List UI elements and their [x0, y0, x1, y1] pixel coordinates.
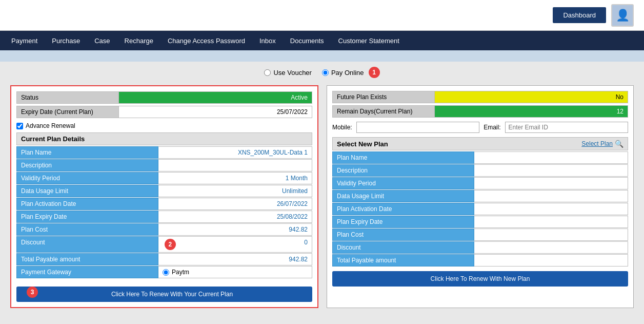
r-data-usage-label: Data Usage Limit	[332, 190, 474, 202]
table-row: Total Payable amount	[332, 254, 628, 266]
validity-value: 1 Month	[158, 172, 312, 184]
nav-case[interactable]: Case	[87, 31, 117, 50]
description-label: Description	[16, 159, 158, 171]
data-usage-value: Unlimited	[158, 185, 312, 197]
right-panel: Future Plan Exists No Remain Days(Curren…	[327, 85, 634, 308]
plan-name-value: XNS_200M_30UL-Data 1	[158, 146, 312, 159]
paytm-label: Paytm	[172, 269, 189, 276]
r-expiry-value	[474, 216, 628, 228]
nav-recharge[interactable]: Recharge	[117, 31, 160, 50]
r-validity-label: Validity Period	[332, 177, 474, 189]
r-data-usage-value	[474, 190, 628, 202]
remain-days-row: Remain Days(Current Plan) 12	[332, 105, 628, 118]
table-row: Validity Period	[332, 177, 628, 189]
badge-2: 2	[165, 239, 176, 250]
table-row: Plan Expiry Date 25/08/2022	[16, 211, 312, 223]
nav-change-password[interactable]: Change Access Password	[160, 31, 252, 50]
nav-documents[interactable]: Documents	[283, 31, 331, 50]
r-total-payable-label: Total Payable amount	[332, 254, 474, 266]
table-row: Plan Activation Date 26/07/2022	[16, 198, 312, 210]
gateway-label: Payment Gateway	[16, 266, 158, 278]
mobile-email-row: Mobile: Email:	[332, 120, 628, 135]
use-voucher-radio[interactable]	[264, 69, 271, 76]
expiry-date-label: Plan Expiry Date	[16, 211, 158, 223]
select-plan-section-header: Select New Plan Select Plan 🔍	[332, 137, 628, 150]
mobile-label: Mobile:	[332, 124, 352, 131]
advance-renewal-label: Advance Renewal	[26, 122, 75, 129]
email-label: Email:	[484, 124, 500, 131]
table-row: Description	[332, 164, 628, 177]
sub-header	[0, 50, 644, 62]
left-panel: Status Active Expiry Date (Current Plan)…	[10, 85, 318, 308]
future-plan-value: No	[435, 91, 628, 103]
nav-bar: Payment Purchase Case Recharge Change Ac…	[0, 31, 644, 50]
r-plan-name-value	[474, 151, 628, 164]
remain-days-label: Remain Days(Current Plan)	[332, 105, 435, 118]
top-header: Dashboard 👤	[0, 0, 644, 31]
badge-1: 1	[369, 67, 380, 78]
badge-3: 3	[27, 287, 38, 298]
gateway-row: Payment Gateway Paytm	[16, 266, 312, 278]
r-total-payable-value	[474, 254, 628, 266]
plan-cost-value: 942.82	[158, 223, 312, 236]
table-row: Description	[16, 159, 312, 171]
discount-value: 20	[158, 236, 312, 253]
search-icon[interactable]: 🔍	[615, 140, 623, 148]
r-activation-value	[474, 203, 628, 215]
plan-name-label: Plan Name	[16, 146, 158, 159]
validity-label: Validity Period	[16, 172, 158, 184]
plan-cost-label: Plan Cost	[16, 223, 158, 236]
total-payable-label: Total Payable amount	[16, 253, 158, 265]
expiry-date-value: 25/08/2022	[158, 211, 312, 223]
nav-purchase[interactable]: Purchase	[45, 31, 87, 50]
select-plan-link[interactable]: Select Plan	[581, 140, 613, 147]
renew-new-plan-button[interactable]: Click Here To Renew With New Plan	[332, 271, 628, 287]
total-payable-value: 942.82	[158, 253, 312, 265]
nav-inbox[interactable]: Inbox	[252, 31, 283, 50]
r-validity-value	[474, 177, 628, 189]
gateway-value: Paytm	[158, 266, 312, 278]
advance-renewal-checkbox[interactable]	[16, 123, 23, 129]
table-row: Discount 20	[16, 236, 312, 253]
dashboard-button[interactable]: Dashboard	[553, 7, 606, 23]
r-activation-label: Plan Activation Date	[332, 203, 474, 215]
use-voucher-label: Use Voucher	[273, 69, 311, 77]
payment-options: Use Voucher Pay Online 1	[0, 62, 644, 81]
status-label: Status	[16, 91, 119, 104]
expiry-label: Expiry Date (Current Plan)	[16, 106, 119, 118]
nav-customer-statement[interactable]: Customer Statement	[331, 31, 407, 50]
activation-date-value: 26/07/2022	[158, 198, 312, 210]
nav-payment[interactable]: Payment	[4, 31, 45, 50]
r-description-value	[474, 164, 628, 177]
table-row: Plan Cost 942.82	[16, 223, 312, 236]
pay-online-label: Pay Online	[331, 69, 364, 77]
select-new-plan-title: Select New Plan	[337, 140, 388, 148]
renew-current-plan-button[interactable]: Click Here To Renew With Your Current Pl…	[16, 287, 312, 302]
avatar: 👤	[611, 4, 634, 27]
email-input[interactable]	[505, 122, 628, 133]
table-row: Data Usage Limit	[332, 190, 628, 202]
r-description-label: Description	[332, 164, 474, 177]
pay-online-option[interactable]: Pay Online 1	[322, 67, 380, 78]
table-row: Data Usage Limit Unlimited	[16, 185, 312, 197]
expiry-row: Expiry Date (Current Plan) 25/07/2022	[16, 106, 312, 118]
table-row: Plan Cost	[332, 228, 628, 241]
table-row: Discount	[332, 241, 628, 254]
r-expiry-label: Plan Expiry Date	[332, 216, 474, 228]
pay-online-radio[interactable]	[322, 69, 329, 76]
remain-days-value: 12	[435, 105, 628, 118]
expiry-value: 25/07/2022	[119, 106, 312, 118]
use-voucher-option[interactable]: Use Voucher	[264, 69, 311, 77]
renew-current-container: 3 Click Here To Renew With Your Current …	[16, 282, 312, 302]
table-row: Validity Period 1 Month	[16, 172, 312, 184]
table-row: Plan Name XNS_200M_30UL-Data 1	[16, 146, 312, 159]
advance-renewal-row: Advance Renewal	[16, 120, 312, 132]
table-row: Plan Activation Date	[332, 203, 628, 215]
discount-label: Discount	[16, 236, 158, 253]
description-value	[158, 159, 312, 171]
activation-date-label: Plan Activation Date	[16, 198, 158, 210]
table-row: Total Payable amount 942.82	[16, 253, 312, 265]
future-plan-label: Future Plan Exists	[332, 91, 435, 103]
mobile-input[interactable]	[356, 122, 479, 133]
paytm-radio[interactable]	[163, 269, 169, 276]
